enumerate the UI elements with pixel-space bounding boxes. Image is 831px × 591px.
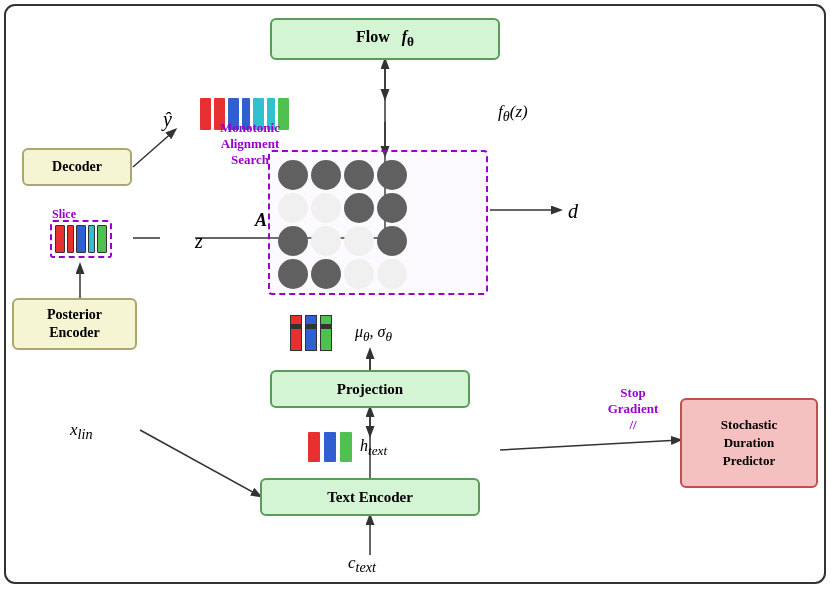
x-lin-label: xlin bbox=[70, 420, 93, 443]
diagram: Flow fθ ŷ fθ(z) MonotonicAlignmentSearch bbox=[0, 0, 831, 591]
cell-2-3 bbox=[377, 226, 407, 256]
svg-line-6 bbox=[133, 130, 175, 167]
projection-label: Projection bbox=[337, 381, 403, 398]
matrix-container bbox=[268, 150, 488, 295]
matrix-a-label: A bbox=[255, 210, 267, 231]
svg-line-12 bbox=[140, 430, 260, 496]
cell-0-1 bbox=[311, 160, 341, 190]
flow-label: Flow fθ bbox=[356, 28, 414, 50]
cell-1-1 bbox=[311, 193, 341, 223]
svg-line-10 bbox=[500, 440, 680, 450]
cell-2-1 bbox=[311, 226, 341, 256]
z-bars-container bbox=[50, 220, 112, 258]
mu-sigma-label: μθ, σθ bbox=[355, 323, 392, 345]
posterior-encoder-label: PosteriorEncoder bbox=[47, 306, 102, 342]
cell-2-0 bbox=[278, 226, 308, 256]
y-hat-label: ŷ bbox=[163, 108, 172, 131]
cell-3-3 bbox=[377, 259, 407, 289]
d-label: d bbox=[568, 200, 578, 223]
z-label: z bbox=[195, 230, 203, 253]
cell-3-1 bbox=[311, 259, 341, 289]
h-text-label: htext bbox=[360, 437, 387, 459]
h-text-bars bbox=[308, 432, 352, 462]
decoder-box: Decoder bbox=[22, 148, 132, 186]
posterior-encoder-box: PosteriorEncoder bbox=[12, 298, 137, 350]
text-encoder-label: Text Encoder bbox=[327, 489, 413, 506]
cell-1-3 bbox=[377, 193, 407, 223]
slice-label: Slice bbox=[52, 207, 76, 222]
flow-box: Flow fθ bbox=[270, 18, 500, 60]
cell-3-2 bbox=[344, 259, 374, 289]
cell-1-2 bbox=[344, 193, 374, 223]
projection-box: Projection bbox=[270, 370, 470, 408]
cell-0-2 bbox=[344, 160, 374, 190]
f-z-label: fθ(z) bbox=[498, 102, 528, 125]
stop-gradient-label: StopGradient// bbox=[588, 385, 678, 433]
mu-sigma-bars bbox=[290, 315, 332, 351]
cell-1-0 bbox=[278, 193, 308, 223]
stochastic-predictor-label: StochasticDurationPredictor bbox=[721, 416, 777, 471]
stochastic-predictor-box: StochasticDurationPredictor bbox=[680, 398, 818, 488]
text-encoder-box: Text Encoder bbox=[260, 478, 480, 516]
cell-0-3 bbox=[377, 160, 407, 190]
decoder-label: Decoder bbox=[52, 159, 102, 175]
cell-3-0 bbox=[278, 259, 308, 289]
cell-2-2 bbox=[344, 226, 374, 256]
cell-0-0 bbox=[278, 160, 308, 190]
matrix-grid bbox=[278, 160, 478, 289]
c-text-label: ctext bbox=[348, 553, 376, 576]
z-bars bbox=[55, 225, 107, 253]
